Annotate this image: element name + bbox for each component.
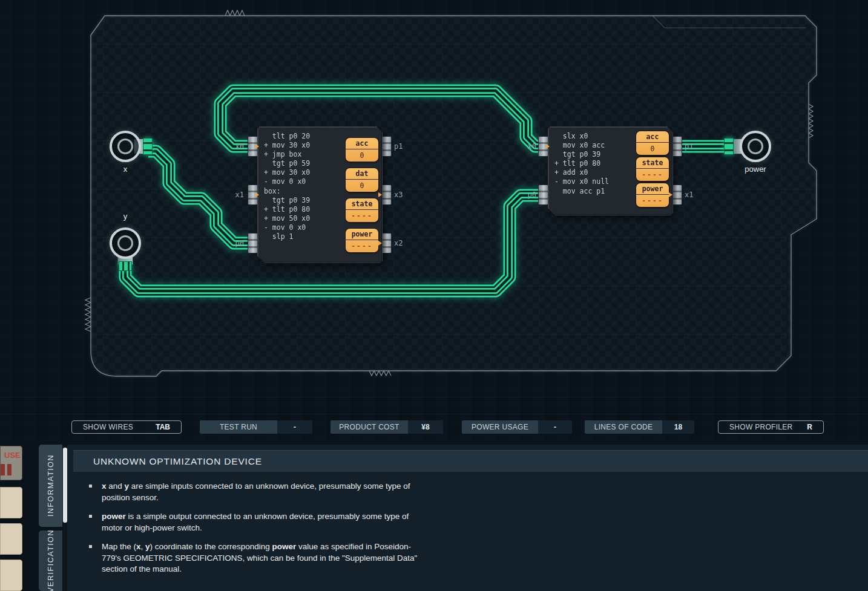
- y-input-terminal[interactable]: [110, 227, 141, 259]
- y-terminal-plug[interactable]: [119, 261, 132, 271]
- chip2-pin-label-x1: x1: [685, 191, 693, 199]
- chip1-register-acc: acc 0: [346, 138, 378, 162]
- chip1-pin-label-x3: x3: [394, 191, 403, 199]
- test-run-label: TEST RUN: [200, 420, 277, 434]
- chip1-pin-p0[interactable]: [248, 233, 258, 253]
- chip1-pin-x3[interactable]: [381, 184, 392, 205]
- power-output-terminal[interactable]: [740, 131, 771, 162]
- chip1-x1-arrow-icon: [255, 192, 259, 197]
- chip1-x0-arrow-icon: [255, 144, 259, 149]
- chip2-x1-arrow-icon: [669, 192, 672, 197]
- chip2-register-acc: acc 0: [636, 131, 669, 155]
- info-bullet: x and y are simple inputs connected to a…: [89, 481, 419, 503]
- chip1-x3-arrow-icon: [378, 192, 382, 197]
- product-cost-indicator: PRODUCT COST ¥8: [330, 420, 443, 434]
- info-bullet-list: x and y are simple inputs connected to a…: [89, 481, 419, 583]
- bullet-square-icon: [89, 485, 92, 488]
- power-terminal-inner-ring: [748, 139, 763, 154]
- pause-button-text: USE: [4, 451, 21, 460]
- chip1-code[interactable]: tlt p0 20 + mov 30 x0 + jmp box tgt p0 5…: [264, 132, 310, 241]
- info-bullet-text: x and y are simple inputs connected to a…: [102, 482, 410, 502]
- board-sawtooth-left: [85, 298, 91, 331]
- sidebar-card[interactable]: [0, 560, 22, 591]
- tab-verification-label: VERIFICATION: [47, 529, 55, 591]
- power-terminal-plug[interactable]: [724, 138, 734, 155]
- ruler-line: [0, 414, 868, 414]
- board-sawtooth-bottom: [369, 371, 391, 376]
- chip2-code[interactable]: slx x0 mov x0 acc tgt p0 39 + tlt p0 80 …: [554, 132, 609, 196]
- bullet-square-icon: [89, 515, 92, 518]
- chip1-pin-p1[interactable]: [381, 136, 392, 157]
- pause-icon: [1, 464, 5, 475]
- power-output-label: power: [732, 165, 778, 174]
- show-profiler-label: SHOW PROFILER: [729, 423, 793, 431]
- chip1-wrapper: tlt p0 20 + mov 30 x0 + jmp box tgt p0 5…: [257, 126, 383, 263]
- show-wires-label: SHOW WIRES: [83, 423, 133, 431]
- show-profiler-hotkey: R: [807, 423, 812, 431]
- pause-button-partial[interactable]: USE: [0, 446, 22, 480]
- test-run-button[interactable]: TEST RUN -: [200, 420, 312, 434]
- shenzhen-io-screen: x y power tlt p0 20 + mov 30 x0 + jmp bo…: [0, 0, 868, 591]
- chip1-microcontroller[interactable]: tlt p0 20 + mov 30 x0 + jmp box tgt p0 5…: [257, 126, 383, 263]
- power-usage-label: POWER USAGE: [462, 420, 538, 434]
- chip2-wrapper: slx x0 mov x0 acc tgt p0 39 + tlt p0 80 …: [548, 126, 673, 215]
- product-cost-label: PRODUCT COST: [330, 420, 408, 434]
- chip1-register-power: power ----: [346, 229, 378, 252]
- sidebar-card[interactable]: [0, 487, 22, 518]
- board-sawtooth-top: [225, 10, 245, 16]
- sidebar-card[interactable]: [0, 523, 22, 555]
- test-run-value: -: [277, 420, 312, 434]
- bullet-square-icon: [89, 545, 92, 548]
- info-bullet-text: Map the (x, y) coordinate to the corresp…: [102, 542, 417, 573]
- chip2-register-state: state ----: [636, 157, 669, 181]
- info-panel-titlebar: UNKNOWN OPTIMIZATION DEVICE: [73, 450, 868, 472]
- chip1-pin-label-p1: p1: [394, 142, 403, 151]
- x-input-terminal[interactable]: [110, 131, 141, 162]
- chip1-register-state: state ----: [346, 198, 378, 222]
- lines-of-code-label: LINES OF CODE: [585, 420, 662, 434]
- y-input-label: y: [110, 212, 141, 221]
- product-cost-value: ¥8: [408, 420, 443, 434]
- chip2-x0-arrow-icon: [546, 144, 550, 149]
- tab-verification[interactable]: VERIFICATION: [39, 531, 62, 591]
- information-panel: UNKNOWN OPTIMIZATION DEVICE x and y are …: [67, 445, 868, 591]
- tab-information[interactable]: INFORMATION: [39, 445, 62, 527]
- chip1-pin-x2[interactable]: [381, 233, 392, 253]
- y-terminal-inner-ring: [117, 235, 133, 251]
- info-bullet-text: power is a simple output connected to an…: [102, 512, 409, 532]
- show-wires-hotkey: TAB: [156, 423, 170, 431]
- info-panel-title: UNKNOWN OPTIMIZATION DEVICE: [93, 451, 868, 472]
- lines-of-code-indicator: LINES OF CODE 18: [585, 420, 694, 434]
- chip2-pin-p1[interactable]: [672, 136, 682, 157]
- chip2-pin-label-x0: x0: [519, 142, 536, 151]
- info-scrollbar-thumb[interactable]: [63, 448, 67, 523]
- chip2-pin-label-p1: p1: [685, 142, 693, 151]
- bottom-section: USE INFORMATION VERIFICATION UNKNOWN OPT…: [0, 440, 868, 591]
- chip2-pin-x1[interactable]: [672, 184, 682, 205]
- x-terminal-inner-ring: [117, 139, 133, 154]
- chip1-pin-label-x1: x1: [227, 191, 244, 199]
- lines-of-code-value: 18: [662, 420, 694, 434]
- chip1-register-dat: dat 0: [346, 168, 378, 192]
- power-usage-value: -: [538, 420, 572, 434]
- tab-information-label: INFORMATION: [47, 454, 55, 517]
- info-bullet: power is a simple output connected to an…: [89, 511, 419, 534]
- chip1-pin-label-x2: x2: [394, 239, 403, 247]
- chip2-register-power: power ----: [636, 183, 669, 207]
- pause-icon: [7, 464, 12, 475]
- chip2-pin-label-p0: p0: [519, 191, 536, 199]
- chip1-x2-arrow-icon: [378, 241, 382, 246]
- chip1-pin-label-p0: p0: [227, 239, 244, 247]
- show-profiler-button[interactable]: SHOW PROFILER R: [718, 420, 824, 434]
- board-sawtooth-right: [809, 104, 813, 138]
- show-wires-button[interactable]: SHOW WIRES TAB: [71, 420, 182, 434]
- x-terminal-plug[interactable]: [143, 138, 153, 155]
- ruler-line: [0, 397, 868, 397]
- chip2-pin-p0[interactable]: [538, 184, 548, 205]
- chip2-microcontroller[interactable]: slx x0 mov x0 acc tgt p0 39 + tlt p0 80 …: [548, 126, 673, 215]
- x-input-label: x: [110, 165, 141, 174]
- chip1-pin-label-x0: x0: [227, 142, 244, 151]
- power-usage-indicator: POWER USAGE -: [462, 420, 572, 434]
- info-bullet: Map the (x, y) coordinate to the corresp…: [89, 541, 419, 575]
